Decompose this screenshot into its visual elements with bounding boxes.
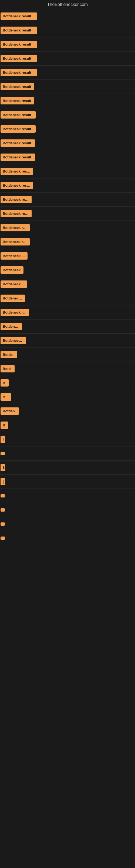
bottleneck-row	[0, 489, 135, 503]
bottleneck-badge[interactable]: Bottleneck resu	[1, 224, 30, 231]
bottleneck-row: Bottleneck re	[0, 291, 135, 305]
bottleneck-row	[0, 503, 135, 517]
bottleneck-badge[interactable]: Bottleneck result	[1, 111, 36, 119]
bottleneck-badge[interactable]: Bottleneck result	[1, 69, 37, 76]
bottleneck-badge[interactable]	[1, 508, 5, 512]
bottleneck-badge[interactable]: Bottle	[1, 351, 17, 358]
bottleneck-row: Bottleneck result	[0, 94, 135, 108]
bottleneck-badge[interactable]	[1, 494, 5, 497]
bottleneck-row: Bottleneck result	[0, 235, 135, 249]
bottleneck-row: Bottleneck result	[0, 150, 135, 164]
bottleneck-list: Bottleneck resultBottleneck resultBottle…	[0, 9, 135, 545]
bottleneck-row: Bo	[0, 418, 135, 432]
bottleneck-row: Bottleneck result	[0, 193, 135, 207]
bottleneck-badge[interactable]: Bottleneck res	[1, 252, 28, 259]
bottleneck-badge[interactable]: Bottleneck result	[1, 27, 37, 34]
bottleneck-row: Bottleneck result	[0, 66, 135, 80]
bottleneck-row	[0, 446, 135, 461]
bottleneck-badge[interactable]: Bottleneck result	[1, 238, 30, 246]
bottleneck-row: Bottlen	[0, 404, 135, 418]
bottleneck-row: Bottleneck result	[0, 80, 135, 94]
bottleneck-row: Bottleneck result	[0, 23, 135, 37]
bottleneck-badge[interactable]: Bottleneck result	[1, 125, 36, 133]
bottleneck-badge[interactable]: Bottleneck result	[1, 182, 33, 189]
bottleneck-row: Bottleneck result	[0, 164, 135, 179]
bottleneck-badge[interactable]: Bottleneck res	[1, 337, 26, 344]
site-title: TheBottlenecker.com	[0, 0, 135, 9]
bottleneck-badge[interactable]: Bottleneck	[1, 267, 24, 274]
bottleneck-row: Bottleneck result	[0, 207, 135, 221]
bottleneck-row: Bottleneck resu	[0, 221, 135, 235]
bottleneck-badge[interactable]: Bottlen	[1, 407, 19, 415]
bottleneck-badge[interactable]: Bottleneck result	[1, 196, 32, 203]
bottleneck-badge[interactable]: Bottleneck result	[1, 167, 33, 175]
bottleneck-row: 8	[0, 461, 135, 475]
bottleneck-row: Bottleneck res	[0, 249, 135, 263]
bottleneck-badge[interactable]: Bottleneck	[1, 323, 22, 330]
bottleneck-row: Bottleneck result	[0, 9, 135, 23]
bottleneck-badge[interactable]: Bottleneck result	[1, 12, 37, 20]
bottleneck-badge[interactable]	[1, 452, 5, 455]
bottleneck-row: Bottl	[0, 362, 135, 376]
bottleneck-row: Bottleneck result	[0, 52, 135, 66]
bottleneck-row: Bott	[0, 390, 135, 404]
bottleneck-badge[interactable]: Bottleneck result	[1, 97, 34, 104]
bottleneck-badge[interactable]: Bottleneck re	[1, 294, 25, 302]
bottleneck-badge[interactable]: Bottleneck result	[1, 83, 34, 90]
bottleneck-row: Bottleneck result	[0, 179, 135, 193]
bottleneck-badge[interactable]	[1, 522, 5, 526]
bottleneck-row: Bottleneck result	[0, 37, 135, 52]
bottleneck-row: |	[0, 475, 135, 489]
bottleneck-badge[interactable]: Bottleneck result	[1, 55, 37, 62]
bottleneck-badge[interactable]: Bottleneck result	[1, 154, 35, 161]
bottleneck-row: Bottleneck result	[0, 108, 135, 122]
bottleneck-badge[interactable]: |	[1, 478, 5, 485]
bottleneck-row: Bottleneck	[0, 319, 135, 334]
bottleneck-row	[0, 531, 135, 545]
bottleneck-row: Bottleneck result	[0, 136, 135, 150]
bottleneck-row: Bottleneck resul	[0, 305, 135, 319]
bottleneck-badge[interactable]: Bottleneck result	[1, 41, 37, 48]
bottleneck-badge[interactable]: Bottleneck resul	[1, 309, 29, 316]
bottleneck-row: Bottle	[0, 348, 135, 362]
bottleneck-row: Bottleneck	[0, 263, 135, 277]
bottleneck-row: Bottleneck result	[0, 122, 135, 136]
bottleneck-row: Bottleneck res	[0, 334, 135, 348]
bottleneck-badge[interactable]: |	[1, 436, 5, 443]
bottleneck-badge[interactable]: Bottl	[1, 365, 14, 372]
bottleneck-row: |	[0, 432, 135, 446]
bottleneck-row: Bo	[0, 376, 135, 390]
bottleneck-badge[interactable]: 8	[1, 464, 5, 471]
bottleneck-badge[interactable]: Bottleneck result	[1, 210, 32, 217]
bottleneck-badge[interactable]: Bott	[1, 393, 11, 401]
bottleneck-badge[interactable]	[1, 536, 5, 540]
bottleneck-badge[interactable]: Bo	[1, 422, 8, 429]
bottleneck-row: Bottleneck res	[0, 277, 135, 291]
bottleneck-badge[interactable]: Bo	[1, 379, 9, 386]
bottleneck-row	[0, 517, 135, 531]
bottleneck-badge[interactable]: Bottleneck res	[1, 280, 27, 288]
bottleneck-badge[interactable]: Bottleneck result	[1, 140, 35, 147]
